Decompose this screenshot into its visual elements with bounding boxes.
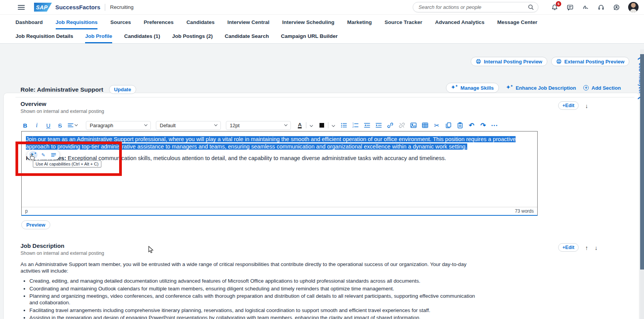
external-posting-preview-button[interactable]: External Posting Preview [551,57,629,66]
nav-advanced-analytics[interactable]: Advanced Analytics [435,15,485,29]
tab-candidates[interactable]: Candidates (1) [124,29,160,43]
undo-button[interactable]: ↶ [468,121,475,130]
product-name: SuccessFactors [55,4,100,10]
italic-button[interactable]: i [33,121,41,130]
chevron-down-icon [144,123,147,126]
underline-button[interactable]: U [44,121,52,130]
printer-icon [476,59,481,64]
tab-candidate-search[interactable]: Candidate Search [225,29,269,43]
ai-edit-button[interactable]: ✎ [39,151,48,159]
chevron-down-icon [214,123,217,126]
outdent-button[interactable] [363,121,371,130]
nav-dashboard[interactable]: Dashboard [15,15,43,29]
lines-icon [51,153,56,157]
support-button[interactable] [597,3,605,12]
insert-link-button[interactable] [386,121,394,130]
sparkle-icon: ✦✦ [451,85,458,90]
unlink-icon [399,122,405,128]
nav-sources[interactable]: Sources [110,15,131,29]
nav-interview-scheduling[interactable]: Interview Scheduling [282,15,334,29]
overview-rich-text-editor[interactable]: Join our team as an Administrative Suppo… [21,131,538,216]
enhance-job-description-button[interactable]: ✦✦ Enhance Job Description [506,85,576,91]
chevron-down-icon [310,124,313,127]
bullet-list-button[interactable] [340,121,348,130]
svg-text:1: 1 [352,123,354,125]
move-down-button[interactable]: ↓ [594,245,598,251]
update-label: Update [114,87,131,92]
sap-logo: SAP [34,3,52,12]
font-size-dropdown[interactable]: 12pt [226,121,291,130]
nav-marketing[interactable]: Marketing [347,15,372,29]
editor-content[interactable]: Join our team as an Administrative Suppo… [22,131,537,162]
enhance-job-description-label: Enhance Job Description [516,85,576,91]
job-description-heading: Job Description [20,242,104,249]
paste-button[interactable] [456,121,464,130]
bullet-list-icon [341,123,347,128]
paste-icon [457,122,463,128]
job-description-bullet-list: Creating, editing, and managing detailed… [20,278,481,319]
search-input[interactable] [419,4,528,10]
chevron-down-icon [75,123,78,126]
more-options-button[interactable]: ••• [491,121,499,130]
job-description-controls: +Edit ↑ ↓ [558,243,598,252]
update-button[interactable]: Update [109,85,136,94]
font-family-dropdown[interactable]: Default [156,121,221,130]
remove-link-button[interactable] [398,121,406,130]
internal-posting-preview-label: Internal Posting Preview [484,59,542,65]
plus-circle-icon: + [583,85,589,90]
numbered-list-button[interactable]: 12 [352,121,359,130]
cut-button[interactable]: ✂ [433,121,441,130]
tab-job-requisition-details[interactable]: Job Requisition Details [15,29,73,43]
ai-summarize-button[interactable] [49,151,58,159]
paragraph-format-value: Paragraph [90,123,113,128]
job-description-intro: As an Administrative Support team member… [20,261,481,274]
tab-campaign-url-builder[interactable]: Campaign URL Builder [281,29,338,43]
sub-nav: Job Requisition Details Job Profile Cand… [0,29,644,44]
signature-button[interactable] [581,3,590,12]
bold-button[interactable]: B [21,121,29,130]
insert-table-button[interactable] [421,121,429,130]
strikethrough-button[interactable]: S [56,121,64,130]
top-bar: SAP SuccessFactors Recruiting 5 [0,0,644,15]
paragraph-format-dropdown[interactable]: Paragraph [86,121,151,130]
search-icon[interactable] [528,4,534,10]
avatar[interactable] [628,2,639,12]
nav-source-tracker[interactable]: Source Tracker [384,15,422,29]
manage-skills-button[interactable]: ✦✦ Manage Skills [446,83,499,93]
menu-icon[interactable] [18,5,25,10]
font-color-button[interactable]: A [296,121,304,130]
block-type-indicator: p [25,208,28,214]
divider [15,97,634,97]
add-section-button[interactable]: + Add Section [583,85,621,91]
overview-controls: +Edit ↓ [558,101,588,110]
align-button[interactable] [68,121,77,130]
assistant-button[interactable] [612,3,621,12]
nav-preferences[interactable]: Preferences [144,15,174,29]
feedback-button[interactable] [566,3,574,12]
nav-message-center[interactable]: Message Center [497,15,538,29]
notifications-button[interactable]: 5 [550,3,559,12]
copy-button[interactable] [444,121,452,130]
tab-job-profile[interactable]: Job Profile [85,29,112,43]
global-search[interactable] [413,2,538,12]
module-name: Recruiting [110,4,133,10]
insert-image-button[interactable] [410,121,417,130]
move-down-button[interactable]: ↓ [585,103,588,109]
move-up-button[interactable]: ↑ [585,245,588,251]
pencil-sparkle-icon: ✎ [41,152,45,158]
nav-candidates[interactable]: Candidates [186,15,215,29]
job-description-edit-button[interactable]: +Edit [558,243,579,252]
signature-icon [582,4,589,11]
tab-job-postings[interactable]: Job Postings (2) [172,29,213,43]
app-window: SAP SuccessFactors Recruiting 5 Dashboar… [0,0,644,319]
nav-interview-central[interactable]: Interview Central [227,15,270,29]
nav-job-requisitions[interactable]: Job Requisitions [56,15,98,29]
internal-posting-preview-button[interactable]: Internal Posting Preview [471,57,547,66]
indent-button[interactable] [375,121,383,130]
preview-button[interactable]: Preview [21,220,50,229]
highlight-color-button[interactable] [318,121,326,130]
redo-button[interactable]: ↷ [479,121,487,130]
headset-icon [598,4,605,11]
scrollbar-thumb[interactable] [640,54,644,270]
overview-edit-button[interactable]: +Edit [558,101,579,110]
